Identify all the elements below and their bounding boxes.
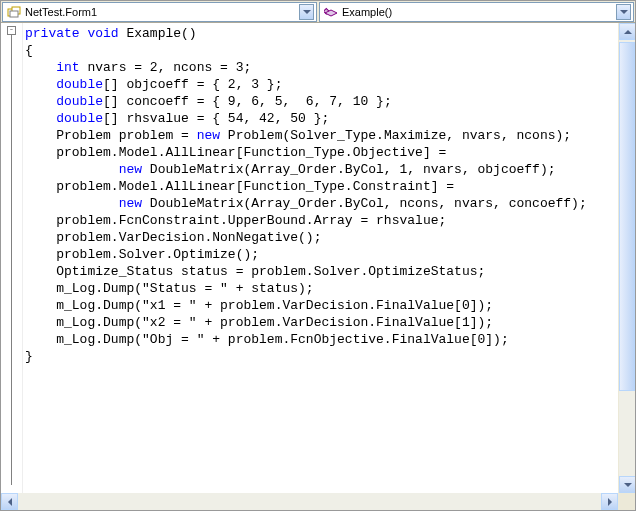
scroll-up-button[interactable]	[619, 23, 636, 40]
code-line: double[] concoeff = { 9, 6, 5, 6, 7, 10 …	[25, 93, 618, 110]
code-line: problem.Model.AllLinear[Function_Type.Co…	[25, 178, 618, 195]
class-selector-dropdown[interactable]: NetTest.Form1	[2, 2, 317, 22]
code-line: double[] objcoeff = { 2, 3 };	[25, 76, 618, 93]
outline-gutter: -	[1, 23, 23, 493]
method-icon	[324, 6, 338, 18]
code-line: new DoubleMatrix(Array_Order.ByCol, ncon…	[25, 195, 618, 212]
scroll-left-button[interactable]	[1, 493, 18, 510]
code-line: private void Example()	[25, 25, 618, 42]
code-line: m_Log.Dump("x2 = " + problem.VarDecision…	[25, 314, 618, 331]
scroll-track[interactable]	[619, 40, 635, 476]
scroll-down-button[interactable]	[619, 476, 636, 493]
scrollbar-corner	[618, 493, 635, 510]
outline-line	[11, 35, 12, 485]
code-text-area[interactable]: private void Example(){ int nvars = 2, n…	[23, 23, 618, 493]
code-line: {	[25, 42, 618, 59]
class-selector-label: NetTest.Form1	[25, 6, 297, 18]
code-line: double[] rhsvalue = { 54, 42, 50 };	[25, 110, 618, 127]
member-selector-label: Example()	[342, 6, 614, 18]
svg-rect-2	[10, 11, 18, 17]
code-line: Problem problem = new Problem(Solver_Typ…	[25, 127, 618, 144]
member-selector-dropdown[interactable]: Example()	[319, 2, 634, 22]
scroll-right-button[interactable]	[601, 493, 618, 510]
code-line: problem.VarDecision.NonNegative();	[25, 229, 618, 246]
code-line: m_Log.Dump("Status = " + status);	[25, 280, 618, 297]
code-line: problem.Solver.Optimize();	[25, 246, 618, 263]
code-editor[interactable]: - private void Example(){ int nvars = 2,…	[1, 23, 635, 493]
code-line: }	[25, 348, 618, 365]
navigation-bar: NetTest.Form1 Example()	[1, 1, 635, 23]
vertical-scrollbar[interactable]	[618, 23, 635, 493]
scroll-thumb[interactable]	[619, 42, 635, 391]
class-icon	[7, 6, 21, 18]
code-line: Optimize_Status status = problem.Solver.…	[25, 263, 618, 280]
code-line: m_Log.Dump("Obj = " + problem.FcnObjecti…	[25, 331, 618, 348]
code-line: problem.FcnConstraint.UpperBound.Array =…	[25, 212, 618, 229]
code-line: new DoubleMatrix(Array_Order.ByCol, 1, n…	[25, 161, 618, 178]
horizontal-scrollbar[interactable]	[1, 493, 635, 510]
outline-collapse-toggle[interactable]: -	[7, 26, 16, 35]
code-line: m_Log.Dump("x1 = " + problem.VarDecision…	[25, 297, 618, 314]
scroll-track[interactable]	[18, 493, 601, 510]
code-line: problem.Model.AllLinear[Function_Type.Ob…	[25, 144, 618, 161]
dropdown-arrow-icon[interactable]	[616, 4, 631, 20]
dropdown-arrow-icon[interactable]	[299, 4, 314, 20]
code-line: int nvars = 2, ncons = 3;	[25, 59, 618, 76]
